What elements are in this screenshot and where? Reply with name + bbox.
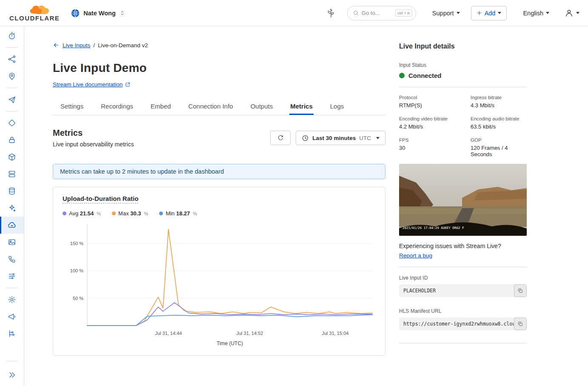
sidebar-item-flow[interactable]: [0, 268, 24, 285]
global-search[interactable]: ctrl + K: [347, 6, 416, 20]
sidebar-item-network-nodes[interactable]: [0, 51, 24, 68]
page-title: Live Input Demo: [53, 61, 385, 75]
hls-manifest-label: HLS Manifest URL: [399, 308, 527, 314]
sidebar-item-phone[interactable]: [0, 251, 24, 268]
support-label: Support: [432, 10, 454, 17]
sidebar-expand-button[interactable]: [0, 366, 24, 383]
copy-hls-url-button[interactable]: [514, 317, 527, 330]
legend-min[interactable]: Min 18.27%: [159, 210, 197, 217]
field-label: FPS: [399, 137, 465, 143]
report-bug-link[interactable]: Report a bug: [399, 252, 432, 259]
language-label: English: [523, 10, 543, 17]
sidebar-item-server[interactable]: [0, 166, 24, 183]
sidebar-groups: [0, 27, 24, 342]
chevron-down-icon: [546, 12, 549, 14]
cloudflare-logo[interactable]: CLOUDFLARE: [9, 5, 60, 21]
metrics-subheading: Live input observability metrics: [53, 141, 134, 148]
time-range-dropdown[interactable]: Last 30 minutes UTC: [296, 131, 385, 145]
search-shortcut-hint: ctrl + K: [395, 9, 412, 17]
hls-manifest-value: https://customer-igynxd2rwhmuoxw8.cloudf: [399, 317, 514, 330]
breadcrumb-live-inputs-link[interactable]: Live Inputs: [63, 42, 90, 49]
sidebar-item-map-pin[interactable]: [0, 68, 24, 85]
field-value: 30: [399, 145, 465, 151]
sort-chevrons-icon: [119, 10, 126, 16]
send-arrow-icon: [8, 95, 16, 104]
divider: [399, 267, 527, 267]
sidebar-item-package[interactable]: [0, 149, 24, 166]
metrics-heading: Metrics: [53, 128, 134, 138]
field-value: 63.5 kbit/s: [471, 123, 527, 130]
copy-input-id-button[interactable]: [514, 284, 527, 297]
hls-manifest-box: https://customer-igynxd2rwhmuoxw8.cloudf: [399, 317, 527, 330]
globe-icon: [71, 9, 80, 18]
legend-max[interactable]: Max 30.3%: [112, 210, 148, 217]
language-dropdown[interactable]: English: [523, 10, 549, 17]
chevron-down-icon: [498, 12, 501, 14]
user-menu[interactable]: [565, 9, 579, 17]
image-icon: [8, 238, 16, 246]
field-value: 4.3 Mbit/s: [471, 102, 527, 109]
legend-dot-icon: [63, 212, 66, 215]
svg-text:150 %: 150 %: [70, 241, 83, 246]
legend-dot-icon: [112, 212, 116, 215]
tab-recordings[interactable]: Recordings: [100, 98, 134, 115]
live-input-details-panel: Live Input details Input Status Connecte…: [399, 42, 527, 356]
sidebar-item-lock[interactable]: [0, 132, 24, 149]
field-value: 120 Frames / 4 Seconds: [471, 145, 527, 157]
copy-icon: [517, 288, 523, 294]
legend-name: Min 18.27: [166, 210, 190, 217]
sidebar-item-diamond[interactable]: [0, 114, 24, 132]
sidebar-item-database[interactable]: [0, 183, 24, 200]
back-arrow-icon[interactable]: [53, 42, 60, 49]
svg-text:Jul 31, 15:04: Jul 31, 15:04: [322, 331, 348, 336]
legend-dot-icon: [159, 212, 163, 215]
network-nodes-icon: [8, 55, 16, 63]
doc-link-label: Stream Live documentation: [53, 81, 123, 88]
chevron-down-icon: [576, 12, 579, 14]
metrics-header: Metrics Live input observability metrics: [53, 128, 385, 148]
support-dropdown[interactable]: Support: [432, 10, 460, 17]
field-value: RTMP(S): [399, 102, 465, 109]
flow-icon: [8, 272, 16, 280]
sidebar-item-stream-cloud[interactable]: [0, 217, 24, 234]
sidebar-item-image[interactable]: [0, 234, 24, 251]
stream-docs-link[interactable]: Stream Live documentation: [53, 81, 131, 88]
refresh-button[interactable]: [270, 131, 291, 145]
tab-logs[interactable]: Logs: [329, 98, 345, 115]
svg-text:Time (UTC): Time (UTC): [217, 340, 243, 346]
detail-field: Encoding audio bitrate63.5 kbit/s: [471, 116, 527, 130]
live-input-id-box: PLACEHOLDER: [399, 284, 527, 297]
live-input-id-value: PLACEHOLDER: [399, 284, 514, 297]
legend-name: Avg 21.54: [69, 210, 94, 217]
sidebar-item-gear[interactable]: [0, 291, 24, 308]
tab-outputs[interactable]: Outputs: [250, 98, 274, 115]
sidebar-divider: [6, 111, 17, 112]
detail-field: Ingress bitrate4.3 Mbit/s: [471, 95, 527, 109]
diamond-icon: [8, 119, 16, 127]
tab-connection-info[interactable]: Connection Info: [188, 98, 234, 115]
tab-embed[interactable]: Embed: [150, 98, 172, 115]
sparkles-icon: [8, 204, 16, 212]
legend-avg[interactable]: Avg 21.54%: [63, 210, 101, 217]
timezone-value: UTC: [359, 135, 371, 141]
sidebar-item-hierarchy[interactable]: [0, 325, 24, 342]
add-button[interactable]: Add: [471, 6, 507, 20]
legend-name: Max 30.3: [118, 210, 141, 217]
server-icon: [8, 170, 16, 178]
sidebar-item-sparkles[interactable]: [0, 200, 24, 217]
chart-title[interactable]: Upload-to-Duration Ratio: [63, 195, 138, 203]
sidebar-item-megaphone[interactable]: [0, 308, 24, 325]
tab-settings[interactable]: Settings: [60, 98, 84, 115]
account-switcher[interactable]: Nate Wong: [71, 9, 125, 18]
breadcrumb-current: Live-on-Demand v2: [98, 42, 148, 49]
tree-icon[interactable]: [326, 8, 336, 18]
chevron-down-icon: [376, 137, 380, 139]
video-thumbnail: 2021/01/26 17:04:29 AUKEY DR02 F: [399, 164, 527, 236]
search-input[interactable]: [362, 10, 393, 16]
sidebar-item-send-arrow[interactable]: [0, 91, 24, 108]
sidebar-item-timer[interactable]: [0, 27, 24, 44]
thumbnail-timestamp: 2021/01/26 17:04:29 AUKEY DR02 F: [402, 226, 464, 230]
sidebar-divider: [6, 288, 17, 288]
tab-metrics[interactable]: Metrics: [289, 98, 314, 115]
add-label: Add: [485, 10, 496, 17]
